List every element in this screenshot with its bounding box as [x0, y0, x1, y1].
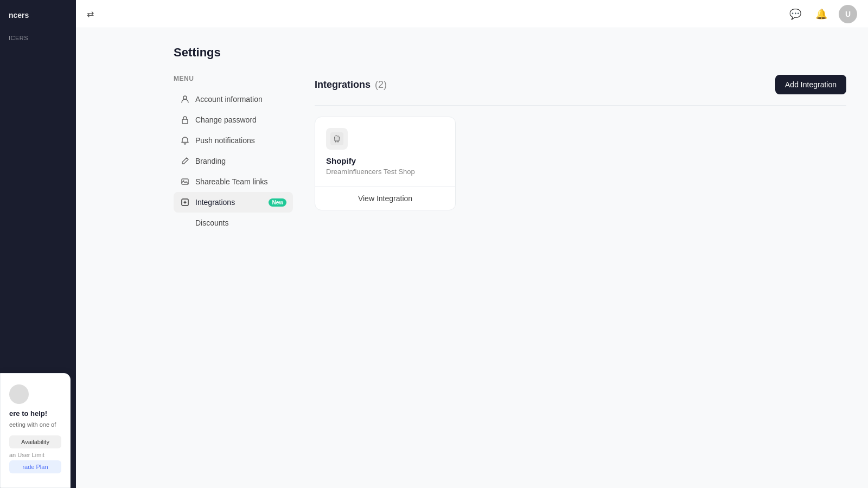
- sidebar-brand: ncers: [0, 11, 37, 30]
- popup-text: eeting with one of: [9, 421, 61, 429]
- main-area: Settings Menu Account information: [152, 28, 868, 488]
- bottom-popup: ere to help! eeting with one of Availabi…: [0, 373, 71, 488]
- image-icon: [180, 177, 190, 187]
- shareable-team-links-label: Shareable Team links: [195, 177, 268, 186]
- shopify-name: Shopify: [326, 156, 444, 165]
- expand-icon[interactable]: ⇄: [87, 9, 94, 19]
- push-notifications-label: Push notifications: [195, 136, 255, 145]
- branding-label: Branding: [195, 157, 226, 165]
- bell-icon: [180, 136, 190, 145]
- sidebar-item-integrations[interactable]: Integrations New: [174, 192, 293, 213]
- person-icon: [180, 94, 190, 104]
- lock-icon: [180, 115, 190, 125]
- sidebar-item-discounts[interactable]: Discounts: [174, 213, 293, 233]
- content-header: Integrations (2) Add Integration: [315, 75, 846, 94]
- integrations-count: (2): [375, 79, 387, 91]
- integrations-grid: Shopify DreamInfluencers Test Shop View …: [315, 117, 846, 210]
- svg-point-3: [183, 181, 184, 182]
- notification-bell-button[interactable]: 🔔: [813, 5, 830, 23]
- new-badge: New: [269, 198, 286, 207]
- integrations-divider: [315, 105, 846, 106]
- integration-card-body: Shopify DreamInfluencers Test Shop: [315, 117, 455, 187]
- integrations-label: Integrations: [195, 198, 235, 207]
- menu-label: Menu: [174, 75, 293, 82]
- page-title: Settings: [174, 46, 846, 60]
- shopify-shop: DreamInfluencers Test Shop: [326, 168, 444, 176]
- add-integration-button[interactable]: Add Integration: [775, 75, 846, 94]
- content-title: Integrations (2): [315, 79, 387, 91]
- discounts-icon: [180, 218, 190, 228]
- upgrade-plan-button[interactable]: rade Plan: [9, 460, 61, 473]
- discounts-label: Discounts: [195, 219, 228, 227]
- settings-layout: Menu Account information: [174, 75, 846, 233]
- integration-card-shopify: Shopify DreamInfluencers Test Shop View …: [315, 117, 456, 210]
- sidebar-section-label: Icers: [0, 30, 37, 46]
- sidebar-item-account-information[interactable]: Account information: [174, 89, 293, 110]
- integrations-icon: [180, 197, 190, 207]
- topbar: ⇄ 💬 🔔 U: [76, 0, 868, 28]
- account-information-label: Account information: [195, 95, 263, 104]
- shopify-logo: [326, 128, 348, 150]
- svg-rect-1: [182, 119, 188, 124]
- sidebar-item-change-password[interactable]: Change password: [174, 110, 293, 130]
- settings-menu: Menu Account information: [174, 75, 293, 233]
- sidebar-item-shareable-team-links[interactable]: Shareable Team links: [174, 171, 293, 192]
- pencil-icon: [180, 156, 190, 166]
- settings-content: Integrations (2) Add Integration: [315, 75, 846, 233]
- plan-label: an User Limit: [9, 452, 61, 458]
- change-password-label: Change password: [195, 115, 257, 124]
- topbar-right: 💬 🔔 U: [787, 5, 857, 23]
- availability-button[interactable]: Availability: [9, 435, 61, 448]
- popup-avatar: [9, 384, 29, 404]
- integrations-title: Integrations: [315, 79, 371, 91]
- sidebar-item-push-notifications[interactable]: Push notifications: [174, 130, 293, 151]
- integration-card-footer: View Integration: [315, 187, 455, 210]
- popup-title: ere to help!: [9, 409, 61, 418]
- topbar-left: ⇄: [87, 9, 94, 19]
- user-avatar[interactable]: U: [839, 5, 857, 23]
- svg-point-0: [183, 96, 187, 99]
- view-integration-button[interactable]: View Integration: [315, 187, 455, 210]
- chat-icon-button[interactable]: 💬: [787, 5, 804, 23]
- sidebar-item-branding[interactable]: Branding: [174, 151, 293, 171]
